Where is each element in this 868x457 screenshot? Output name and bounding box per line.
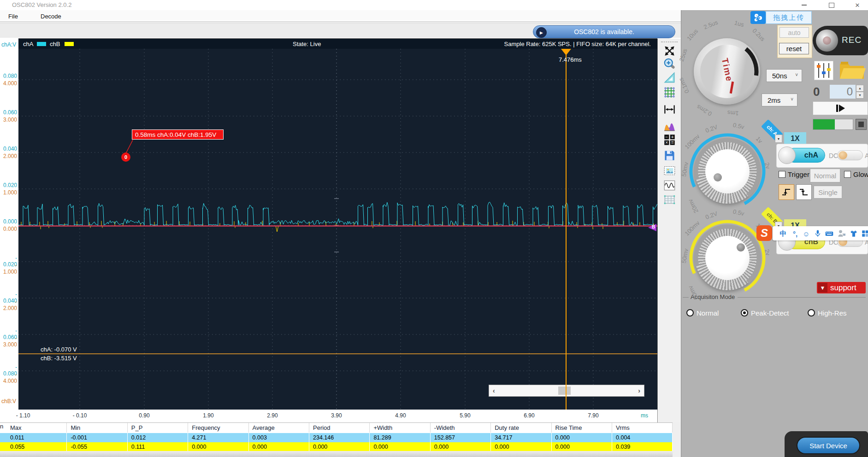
emoji-icon[interactable]: ☺	[801, 228, 811, 239]
close-icon[interactable]: ✕	[850, 1, 864, 9]
table-header: Frequency	[188, 423, 248, 433]
chevron-down-icon: ˅	[795, 72, 798, 77]
spinner-down-icon[interactable]: ▼	[856, 92, 864, 99]
toolbox-icon[interactable]	[860, 228, 868, 239]
table-icon[interactable]	[663, 193, 676, 206]
time-knob-arc	[694, 38, 760, 105]
support-button[interactable]: ▼ support	[817, 282, 866, 293]
cursor-line[interactable]	[566, 49, 567, 410]
table-cell: 234.146	[309, 433, 370, 442]
menu-file[interactable]: File	[6, 12, 21, 21]
scroll-left-icon[interactable]: ‹	[493, 387, 495, 394]
auto-button[interactable]: auto	[779, 27, 809, 38]
cloud-share-icon[interactable]	[750, 11, 766, 24]
skin-icon[interactable]	[849, 228, 859, 239]
mixer-icon[interactable]	[814, 61, 833, 80]
punctuation-icon[interactable]: °,	[790, 228, 800, 239]
acquisition-radio-high-res[interactable]	[808, 309, 815, 316]
drag-upload-button[interactable]: 拖拽上传	[766, 11, 812, 24]
table-header: Rise Time	[552, 423, 612, 433]
table-cell: 152.857	[431, 433, 491, 442]
svg-text:=: =	[671, 140, 674, 145]
horizontal-measure-icon[interactable]	[663, 103, 676, 116]
legend-chB-label[interactable]: chB	[50, 41, 60, 47]
acquisition-radio-peak-detect[interactable]	[741, 309, 748, 316]
maximize-icon[interactable]	[825, 1, 838, 9]
y-axis-label-chA: 0.040	[0, 146, 17, 152]
table-cell: 0.000	[431, 442, 491, 451]
plot-scrollbar[interactable]: ‹ ›	[489, 385, 644, 397]
scroll-right-icon[interactable]: ›	[638, 387, 640, 394]
waveform-icon[interactable]	[663, 179, 676, 192]
rising-edge-button[interactable]	[779, 184, 794, 200]
frame-spinner[interactable]: 0	[830, 85, 856, 99]
legend-chA-label[interactable]: chA	[23, 41, 33, 47]
math-icon[interactable]: −+×=	[663, 134, 676, 146]
zoom-in-icon[interactable]	[663, 58, 676, 70]
svg-text:−: −	[665, 135, 668, 140]
scrollbar-thumb[interactable]	[558, 387, 571, 395]
histogram-icon[interactable]	[663, 119, 676, 132]
falling-edge-button[interactable]	[796, 184, 812, 200]
expand-icon[interactable]	[663, 45, 676, 57]
trigger-single-button[interactable]: Single	[814, 186, 842, 199]
spinner-up-icon[interactable]: ▲	[856, 85, 864, 92]
waveform-svg	[18, 49, 657, 410]
x-axis-unit: ms	[641, 412, 648, 419]
screenshot-icon[interactable]	[663, 164, 676, 177]
point-marker[interactable]: 0	[121, 152, 130, 162]
menu-decode[interactable]: Decode	[38, 12, 64, 21]
chA-probe-1x[interactable]: 1X	[784, 132, 806, 145]
measurement-table: nMaxMinP_PFrequencyAveragePeriod+Width-W…	[0, 422, 673, 451]
status-banner: ▶ OSC802 is available.	[533, 25, 675, 38]
handwriting-icon[interactable]: 14	[837, 228, 847, 239]
grid-icon[interactable]	[663, 86, 676, 99]
set-square-icon[interactable]	[663, 71, 676, 84]
keyboard-icon[interactable]	[824, 228, 834, 239]
waveform-plot[interactable]	[18, 49, 657, 410]
x-axis-label: - 1.10	[5, 412, 41, 419]
chA-coupling-switch[interactable]	[837, 150, 863, 160]
chevron-down-icon: ˅	[791, 97, 793, 102]
save-icon[interactable]	[663, 149, 676, 162]
y-axis-label-chB: - 3.000	[0, 335, 17, 348]
y-axis-label-chA: 0.000	[0, 218, 17, 225]
chinese-mode-icon[interactable]: 中	[778, 228, 788, 239]
trigger-normal-button[interactable]: Normal	[810, 169, 840, 182]
glow-label: Glow	[853, 170, 868, 178]
menu-bar: File Decode	[0, 10, 681, 22]
chA-color-swatch	[37, 42, 46, 46]
step-play-button[interactable]	[813, 101, 868, 115]
app-window: OSC802 Version 2.0.2 ✕ File Decode scill…	[0, 0, 868, 457]
toolbar-handle[interactable]	[661, 41, 678, 42]
y-axis-label-chB: 0.000	[0, 226, 17, 232]
side-toolbar: −+×=	[658, 39, 681, 422]
svg-text:×: ×	[665, 140, 668, 145]
sogou-logo-icon[interactable]: S	[756, 225, 772, 241]
x-axis-label: 5.90	[447, 412, 484, 419]
mic-icon[interactable]	[813, 228, 823, 239]
table-cell: 34.717	[491, 433, 551, 442]
x-axis-label: - 0.10	[61, 412, 98, 419]
window-select[interactable]: 2ms˅	[762, 94, 797, 106]
reset-button[interactable]: reset	[779, 43, 809, 54]
measurement-tooltip: 0.58ms chA:0.04V chB:1.95V	[132, 129, 224, 140]
y-axis-label-chB: - 1.000	[0, 262, 17, 275]
stop-square-icon[interactable]	[856, 119, 867, 130]
table-cell: 0.012	[128, 433, 188, 442]
acquisition-radio-normal[interactable]	[686, 309, 694, 316]
axis-chA-unit: chA:V	[1, 41, 16, 48]
chA-probe-dropdown-icon[interactable]: ▼	[775, 135, 782, 143]
table-cell: 0.000	[491, 442, 551, 451]
trigger-checkbox[interactable]	[779, 171, 785, 178]
glow-checkbox[interactable]	[844, 171, 851, 178]
table-header: Max	[6, 423, 67, 433]
svg-text:+: +	[671, 135, 674, 140]
table-cell: 0.011	[6, 433, 67, 442]
timebase-select[interactable]: 50ns˅	[766, 69, 802, 82]
minimize-icon[interactable]	[797, 1, 811, 9]
table-header: Duty rate	[491, 423, 551, 433]
start-device-button[interactable]: Start Device	[797, 437, 860, 454]
chA-toggle-knob[interactable]	[778, 146, 796, 164]
folder-icon[interactable]	[837, 59, 867, 81]
